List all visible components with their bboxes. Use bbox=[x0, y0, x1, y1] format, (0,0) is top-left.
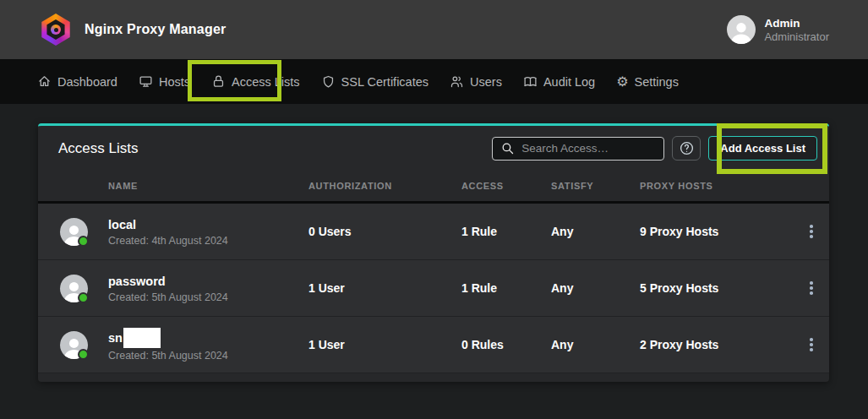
online-status-dot bbox=[78, 292, 89, 303]
panel-bottom-padding bbox=[38, 373, 829, 382]
top-header-bar: Nginx Proxy Manager Admin Administrator bbox=[0, 0, 868, 59]
authorization-value: 1 User bbox=[308, 338, 461, 351]
app-title: Nginx Proxy Manager bbox=[85, 22, 226, 37]
access-lists-panel: Access Lists Add Access List NAME AUTHOR… bbox=[38, 123, 829, 382]
monitor-icon bbox=[139, 74, 153, 89]
authorization-value: 1 User bbox=[308, 281, 461, 295]
panel-title: Access Lists bbox=[58, 140, 138, 157]
column-header-access: ACCESS bbox=[461, 181, 551, 191]
online-status-dot bbox=[78, 349, 89, 360]
column-header-proxy-hosts: PROXY HOSTS bbox=[640, 181, 801, 191]
satisfy-value: Any bbox=[551, 338, 640, 351]
kebab-menu-icon[interactable] bbox=[801, 332, 822, 357]
book-icon bbox=[523, 74, 538, 89]
nav-item-access-lists[interactable]: Access Lists bbox=[211, 74, 300, 89]
nav-item-dashboard[interactable]: Dashboard bbox=[37, 74, 117, 89]
row-avatar bbox=[60, 331, 88, 359]
proxy-hosts-value: 5 Proxy Hosts bbox=[640, 281, 801, 295]
satisfy-value: Any bbox=[551, 225, 640, 238]
access-value: 0 Rules bbox=[461, 338, 551, 351]
panel-header: Access Lists Add Access List bbox=[38, 126, 829, 171]
search-input[interactable] bbox=[492, 137, 664, 161]
kebab-menu-icon[interactable] bbox=[801, 275, 822, 301]
created-date: Created: 4th August 2024 bbox=[108, 235, 308, 247]
nav-label: Hosts bbox=[159, 75, 190, 89]
proxy-hosts-value: 9 Proxy Hosts bbox=[640, 225, 801, 238]
kebab-menu-icon[interactable] bbox=[801, 219, 822, 244]
user-avatar bbox=[727, 15, 756, 44]
user-menu[interactable]: Admin Administrator bbox=[727, 15, 829, 44]
access-value: 1 Rule bbox=[461, 281, 551, 295]
npm-logo-icon bbox=[40, 14, 72, 46]
add-access-list-button[interactable]: Add Access List bbox=[708, 136, 817, 161]
user-name: Admin bbox=[764, 16, 829, 30]
nav-label: Settings bbox=[635, 75, 679, 89]
nav-item-audit-log[interactable]: Audit Log bbox=[523, 74, 595, 89]
nav-label: Access Lists bbox=[232, 75, 300, 89]
created-date: Created: 5th August 2024 bbox=[108, 291, 308, 303]
nav-label: Dashboard bbox=[57, 75, 117, 89]
help-button[interactable] bbox=[672, 136, 701, 161]
table-row[interactable]: password Created: 5th August 2024 1 User… bbox=[38, 260, 829, 317]
satisfy-value: Any bbox=[551, 281, 640, 295]
shield-icon bbox=[321, 74, 336, 89]
table-header-row: NAME AUTHORIZATION ACCESS SATISFY PROXY … bbox=[38, 171, 829, 201]
proxy-hosts-value: 2 Proxy Hosts bbox=[640, 338, 801, 351]
gear-icon: ⚙ bbox=[616, 74, 628, 89]
access-value: 1 Rule bbox=[461, 225, 551, 238]
created-date: Created: 5th August 2024 bbox=[108, 350, 308, 362]
nav-item-settings[interactable]: ⚙ Settings bbox=[616, 74, 679, 89]
access-list-name: sn bbox=[108, 331, 123, 345]
nav-label: SSL Certificates bbox=[341, 75, 429, 89]
help-circle-icon bbox=[679, 140, 695, 156]
lock-icon bbox=[211, 74, 226, 89]
redaction-box bbox=[123, 328, 161, 348]
nav-item-hosts[interactable]: Hosts bbox=[139, 74, 190, 89]
user-role: Administrator bbox=[764, 30, 829, 44]
column-header-satisfy: SATISFY bbox=[551, 181, 640, 191]
table-row[interactable]: local Created: 4th August 2024 0 Users 1… bbox=[38, 204, 829, 260]
search-icon bbox=[500, 141, 515, 159]
nav-label: Users bbox=[470, 75, 502, 89]
row-avatar bbox=[60, 218, 88, 246]
table-row[interactable]: sn Created: 5th August 2024 1 User 0 Rul… bbox=[38, 317, 829, 373]
home-icon bbox=[37, 74, 52, 89]
nav-item-ssl-certificates[interactable]: SSL Certificates bbox=[321, 74, 429, 89]
nav-item-users[interactable]: Users bbox=[450, 74, 502, 89]
search-box bbox=[492, 137, 664, 161]
access-list-name: local bbox=[108, 218, 136, 231]
online-status-dot bbox=[78, 236, 89, 247]
authorization-value: 0 Users bbox=[308, 225, 461, 238]
column-header-authorization: AUTHORIZATION bbox=[308, 181, 461, 191]
row-avatar bbox=[60, 275, 88, 302]
column-header-name: NAME bbox=[108, 181, 308, 191]
users-icon bbox=[450, 74, 464, 89]
main-nav: Dashboard Hosts Access Lists SSL Certifi… bbox=[0, 59, 868, 104]
access-list-name: password bbox=[108, 275, 166, 288]
nav-label: Audit Log bbox=[543, 75, 595, 89]
